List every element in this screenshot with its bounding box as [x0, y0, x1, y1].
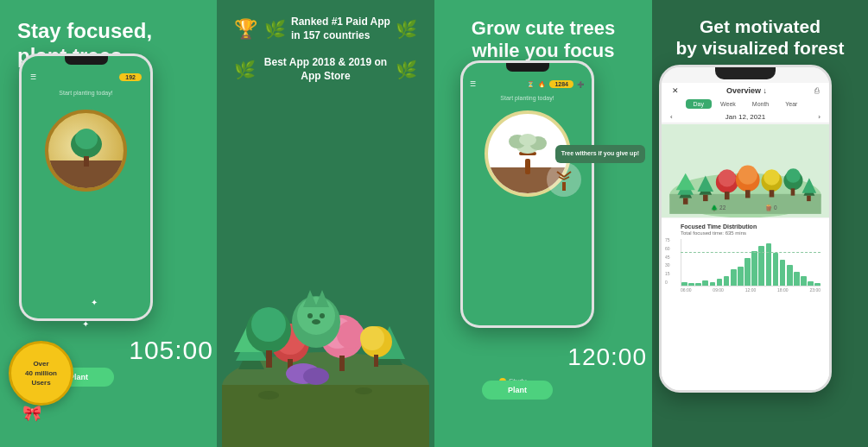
svg-rect-61 — [745, 190, 751, 198]
forest-illustration — [217, 188, 434, 447]
bar — [695, 283, 701, 286]
bar-chart — [681, 239, 820, 286]
svg-point-21 — [303, 368, 329, 385]
bar — [773, 253, 779, 286]
bar — [787, 265, 793, 286]
phone-mockup-3: ☰ ⏳ 🔥 1284 ➕ Start planting today! — [460, 60, 594, 328]
svg-point-26 — [297, 297, 335, 335]
phone-notch-3 — [506, 63, 549, 72]
bar — [681, 282, 687, 286]
svg-text:🌲 22: 🌲 22 — [711, 205, 725, 211]
laurel-right-1: 🌿 — [396, 19, 417, 40]
svg-rect-4 — [222, 385, 429, 447]
plant-button-3[interactable]: Plant — [482, 381, 553, 400]
phone-mockup-1: ☰ 192 Start planting today! — [19, 54, 153, 321]
tab-day[interactable]: Day — [686, 99, 712, 109]
panel-2: 🏆 🌿 Ranked #1 Paid App in 157 countries … — [217, 0, 434, 447]
bar — [710, 282, 716, 286]
menu-icon: ☰ — [30, 73, 36, 81]
bar — [808, 281, 814, 286]
x-axis: 06:00 09:00 12:00 18:00 23:00 — [681, 287, 820, 293]
svg-rect-55 — [703, 195, 708, 201]
svg-rect-24 — [266, 350, 272, 368]
panel4-headline: Get motivatedby visualized forest — [662, 0, 858, 59]
tree-icon — [65, 127, 108, 174]
user-count-badge: Over40 millionUsers — [9, 341, 73, 406]
plus-icon: ➕ — [577, 81, 585, 88]
awards-section: 🏆 🌿 Ranked #1 Paid App in 157 countries … — [217, 0, 434, 91]
ribbon-icon: 🎀 — [22, 404, 41, 423]
award-item-1: 🏆 🌿 Ranked #1 Paid App in 157 countries … — [234, 16, 417, 42]
laurel-left-1: 🌿 — [264, 19, 286, 40]
isometric-forest: 🌲 22 🪵 0 — [662, 124, 829, 217]
award-text-1: Ranked #1 Paid App in 157 countries — [291, 16, 390, 42]
panel-4: Get motivatedby visualized forest ✕ Over… — [652, 0, 868, 447]
panel3-headline: Grow cute treeswhile you focus — [454, 0, 632, 63]
bar — [731, 269, 737, 286]
svg-point-41 — [519, 134, 536, 146]
laurel-right-2: 🌿 — [396, 60, 417, 80]
svg-point-15 — [337, 321, 364, 349]
menu-icon-3: ☰ — [470, 80, 476, 88]
bar — [780, 260, 786, 286]
bar — [766, 243, 772, 286]
svg-point-63 — [763, 169, 779, 185]
svg-rect-16 — [339, 356, 345, 371]
overview-title: Overview ↓ — [726, 86, 767, 95]
tab-week[interactable]: Week — [713, 99, 744, 109]
svg-point-66 — [786, 168, 801, 183]
svg-point-31 — [312, 319, 320, 324]
svg-rect-64 — [770, 190, 775, 197]
svg-point-32 — [258, 391, 279, 400]
panel-3: Grow cute treeswhile you focus ☰ ⏳ 🔥 128… — [434, 0, 652, 447]
svg-point-33 — [355, 387, 372, 394]
svg-rect-58 — [725, 192, 730, 199]
plant-hint-3: Start planting today! — [500, 95, 554, 101]
svg-point-18 — [360, 326, 384, 350]
svg-point-23 — [251, 307, 286, 342]
svg-rect-70 — [807, 196, 811, 201]
bar — [744, 258, 751, 286]
hourglass-icon: ⏳ — [527, 81, 535, 88]
plant-button-area-3: Plant — [482, 381, 553, 400]
laurel-left-2: 🌿 — [234, 60, 256, 80]
fire-icon: 🔥 — [538, 81, 546, 88]
plant-hint-1: Start planting today! — [59, 90, 112, 96]
bar — [751, 251, 757, 286]
svg-line-44 — [564, 172, 571, 177]
award-item-2: 🌿 Best App 2018 & 2019 on App Store 🌿 — [234, 51, 417, 83]
phone-notch-1 — [65, 56, 108, 65]
close-x-icon: ✕ — [672, 86, 679, 95]
svg-point-1 — [75, 129, 98, 149]
svg-rect-2 — [84, 156, 89, 167]
laurel-icon-1: 🏆 — [234, 20, 257, 39]
tab-year[interactable]: Year — [777, 99, 805, 109]
sparkle-icon: ✦ — [91, 298, 98, 307]
award-text-2: Best App 2018 & 2019 on App Store — [261, 56, 390, 83]
prev-date-btn[interactable]: ‹ — [670, 113, 673, 121]
bar — [724, 276, 730, 286]
svg-rect-52 — [683, 198, 688, 204]
timer-1: 105:00 — [129, 336, 213, 365]
svg-rect-42 — [562, 182, 566, 191]
share-icon: ⎙ — [814, 86, 819, 95]
next-date-btn[interactable]: › — [818, 113, 820, 121]
svg-point-30 — [320, 313, 325, 318]
tab-month[interactable]: Month — [744, 99, 776, 109]
wither-tooltip: Tree withers if you give up! — [555, 145, 645, 163]
phone-mockup-4: ✕ Overview ↓ ⎙ Day Week Month Year ‹ Jan… — [659, 65, 849, 401]
bar — [814, 283, 820, 286]
bar — [758, 246, 764, 286]
chart-section: Focused Time Distribution Total focused … — [662, 218, 829, 390]
svg-rect-19 — [374, 355, 378, 367]
timer-3: 120:00 — [567, 343, 647, 371]
bar — [738, 267, 744, 286]
bar — [801, 276, 807, 286]
coin-count: 192 — [119, 73, 142, 81]
svg-text:🪵 0: 🪵 0 — [765, 205, 777, 211]
coin-count-3: 1284 — [549, 80, 573, 88]
svg-point-60 — [738, 166, 757, 185]
y-axis: 75 60 45 30 15 0 — [665, 237, 670, 285]
panel-1: Stay focused,plant trees. ☰ 192 Start pl… — [0, 0, 217, 447]
chart-title: Focused Time Distribution — [681, 224, 820, 230]
